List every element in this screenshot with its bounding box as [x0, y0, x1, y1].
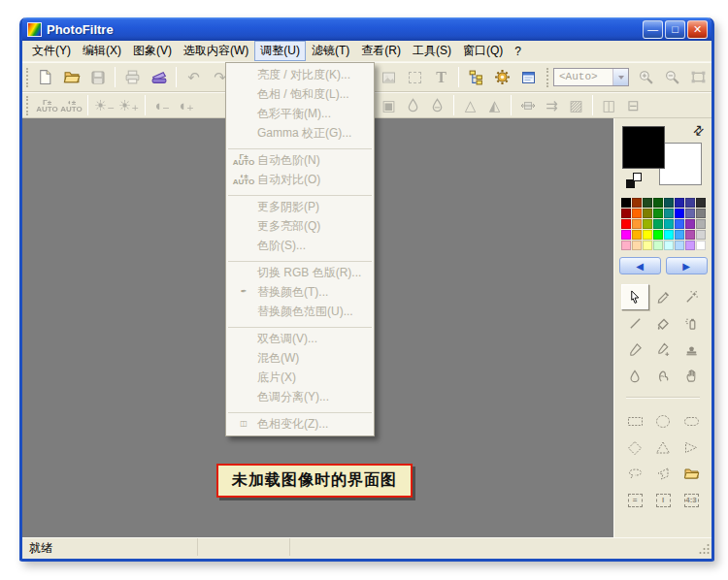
- triangle-selection[interactable]: [649, 435, 678, 461]
- palette-swatch[interactable]: [675, 198, 684, 208]
- menu-item[interactable]: 亮度 / 对比度(K)...: [226, 65, 374, 84]
- menubar-item[interactable]: ?: [509, 43, 527, 60]
- palette-swatch[interactable]: [653, 219, 663, 229]
- palette-swatch[interactable]: [675, 209, 684, 218]
- title-bar[interactable]: PhotoFiltre — □ ✕: [22, 17, 711, 41]
- menubar-item[interactable]: 编辑(X): [77, 41, 127, 61]
- new-file-button[interactable]: [32, 66, 58, 89]
- palette-swatch[interactable]: [621, 230, 631, 240]
- menu-item[interactable]: ◫ 色相变化(Z)...: [226, 414, 374, 434]
- text-selection-button[interactable]: I: [649, 487, 678, 513]
- menu-item[interactable]: 更多阴影(P): [226, 197, 374, 216]
- palette-swatch[interactable]: [685, 241, 695, 250]
- menu-item[interactable]: 替换颜色范围(U)...: [226, 302, 374, 321]
- palette-swatch[interactable]: [696, 241, 706, 250]
- menubar-item[interactable]: 文件(Y): [26, 41, 77, 61]
- resize-grip-icon[interactable]: [698, 542, 711, 555]
- line-tool[interactable]: [621, 310, 649, 337]
- hand-tool[interactable]: [678, 363, 706, 389]
- palette-swatch[interactable]: [675, 230, 684, 240]
- palette-swatch[interactable]: [675, 219, 684, 229]
- maximize-button[interactable]: □: [665, 20, 685, 39]
- rectangle-selection[interactable]: [621, 408, 649, 435]
- palette-swatch[interactable]: [632, 219, 642, 229]
- menu-item[interactable]: 色阶(S)...: [226, 236, 374, 255]
- palette-swatch[interactable]: [643, 230, 652, 240]
- toolbar-grip[interactable]: [26, 96, 31, 115]
- palette-swatch[interactable]: [621, 209, 631, 218]
- menubar-item[interactable]: 窗口(Q): [457, 41, 509, 61]
- load-selection-button[interactable]: [678, 461, 706, 487]
- palette-swatch[interactable]: [632, 230, 642, 240]
- palette-swatch[interactable]: [632, 198, 642, 208]
- palette-swatch[interactable]: [653, 209, 663, 218]
- menu-item[interactable]: Gamma 校正(G)...: [226, 123, 374, 143]
- palette-swatch[interactable]: [643, 198, 652, 208]
- palette-swatch[interactable]: [632, 209, 642, 218]
- menubar-item[interactable]: 图象(V): [127, 41, 178, 61]
- palette-swatch[interactable]: [685, 219, 695, 229]
- palette-swatch[interactable]: [643, 241, 652, 250]
- palette-swatch[interactable]: [685, 209, 695, 218]
- menu-item[interactable]: 底片(X): [226, 368, 374, 387]
- airbrush-tool[interactable]: [678, 310, 706, 337]
- smudge-tool[interactable]: [649, 363, 678, 389]
- palette-swatch[interactable]: [664, 219, 674, 229]
- scan-button[interactable]: [146, 66, 172, 89]
- menu-item[interactable]: ✒ 替换颜色(T)...: [226, 282, 374, 302]
- palette-swatch[interactable]: [653, 241, 663, 250]
- palette-swatch[interactable]: [675, 241, 684, 250]
- menu-item[interactable]: 混色(W): [226, 348, 374, 368]
- paintbrush-tool[interactable]: [621, 337, 649, 363]
- magic-wand-tool[interactable]: [678, 284, 706, 310]
- palette-swatch[interactable]: [621, 241, 631, 250]
- menu-item[interactable]: Γ± AUTO 自动色阶(N): [226, 150, 374, 170]
- palette-swatch[interactable]: [664, 241, 674, 250]
- fill-tool[interactable]: [649, 310, 678, 337]
- module-button[interactable]: [515, 66, 542, 89]
- menu-item[interactable]: 双色调(V)...: [226, 329, 374, 348]
- palette-swatch[interactable]: [685, 230, 695, 240]
- palette-swatch[interactable]: [696, 209, 706, 218]
- menubar-item[interactable]: 工具(S): [407, 41, 457, 61]
- close-button[interactable]: ✕: [687, 20, 708, 39]
- palette-swatch[interactable]: [696, 230, 706, 240]
- palette-swatch[interactable]: [696, 219, 706, 229]
- palette-swatch[interactable]: [696, 198, 706, 208]
- lasso-selection[interactable]: [621, 461, 649, 487]
- palette-swatch[interactable]: [632, 241, 642, 250]
- menu-item[interactable]: 切换 RGB 色版(R)...: [226, 263, 374, 282]
- menu-item[interactable]: ◖± AUTO 自动对比(O): [226, 170, 374, 189]
- right-triangle-selection[interactable]: [678, 435, 706, 461]
- polygon-selection[interactable]: [649, 461, 678, 487]
- palette-swatch[interactable]: [664, 230, 674, 240]
- advanced-brush-tool[interactable]: [649, 337, 678, 363]
- zoom-combo[interactable]: <Auto>: [553, 68, 629, 86]
- menu-item[interactable]: 色相 / 饱和度(L)...: [226, 84, 374, 104]
- palette-swatch[interactable]: [685, 198, 695, 208]
- blur-tool[interactable]: [621, 363, 649, 389]
- palette-swatch[interactable]: [643, 219, 652, 229]
- palette-swatch[interactable]: [653, 230, 663, 240]
- menubar-item[interactable]: 调整(U): [254, 41, 306, 61]
- palette-swatch[interactable]: [653, 198, 663, 208]
- automate-button[interactable]: [489, 66, 515, 89]
- open-file-button[interactable]: [58, 66, 84, 89]
- manual-selection-button[interactable]: =: [621, 487, 649, 513]
- minimize-button[interactable]: —: [643, 20, 663, 39]
- combo-dropdown-button[interactable]: [612, 69, 628, 85]
- eyedropper-tool[interactable]: [649, 284, 678, 310]
- background-color-swatch[interactable]: [659, 143, 702, 185]
- cursor-tool[interactable]: [621, 284, 649, 310]
- menu-item[interactable]: 更多亮部(Q): [226, 216, 374, 236]
- aspect-ratio-button[interactable]: 4:3: [678, 487, 706, 513]
- foreground-color-swatch[interactable]: [622, 126, 665, 169]
- palette-prev-button[interactable]: ◀: [619, 257, 661, 274]
- palette-swatch[interactable]: [621, 198, 631, 208]
- menubar-item[interactable]: 查看(R): [355, 41, 407, 61]
- palette-next-button[interactable]: ▶: [666, 257, 708, 274]
- toolbar-grip[interactable]: [26, 68, 28, 87]
- default-colors-icon[interactable]: [626, 173, 642, 188]
- palette-swatch[interactable]: [664, 209, 674, 218]
- menu-item[interactable]: 色调分离(Y)...: [226, 387, 374, 406]
